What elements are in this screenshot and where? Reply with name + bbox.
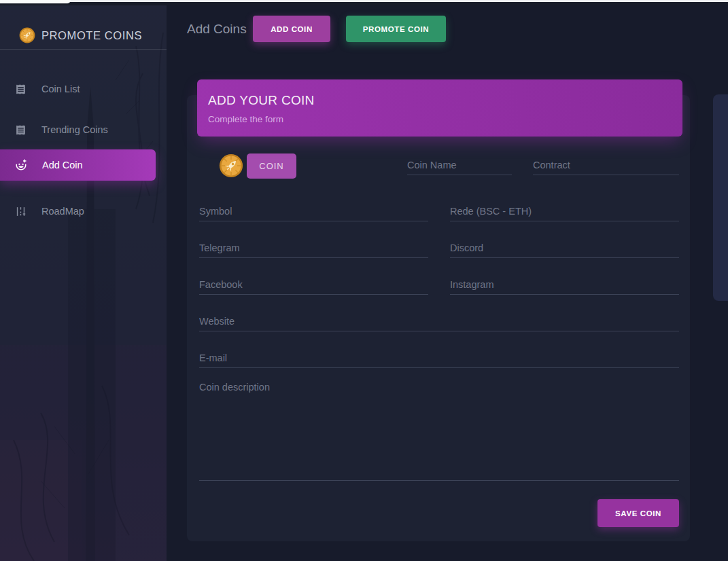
add-reaction-icon <box>15 159 27 171</box>
network-field[interactable] <box>450 201 679 221</box>
add-coin-form-card: COIN SAVE COIN <box>187 95 690 541</box>
form-banner-subtitle: Complete the form <box>208 114 682 124</box>
sidebar-item-label: Coin List <box>41 84 80 94</box>
coin-description-field[interactable] <box>199 376 679 481</box>
save-coin-button[interactable]: SAVE COIN <box>597 499 679 527</box>
browser-top-strip <box>0 0 728 5</box>
browser-window-edge <box>0 0 728 2</box>
adjacent-card-edge <box>713 94 728 301</box>
sidebar-item-trending-coins[interactable]: Trending Coins <box>0 119 108 141</box>
coin-name-field[interactable] <box>407 155 512 175</box>
sidebar-item-coin-list[interactable]: Coin List <box>0 78 80 100</box>
telegram-field[interactable] <box>199 238 428 258</box>
rocket-coin-icon <box>19 27 35 43</box>
sidebar-item-label: Add Coin <box>42 160 83 170</box>
app-title: PROMOTE COINS <box>41 29 142 42</box>
instagram-field[interactable] <box>450 274 679 295</box>
browser-tab-remnant <box>0 0 71 3</box>
receipt-list-icon <box>15 124 27 136</box>
discord-field[interactable] <box>450 238 679 258</box>
app-logo: PROMOTE COINS <box>0 22 167 49</box>
website-field[interactable] <box>199 311 679 331</box>
facebook-field[interactable] <box>199 274 428 295</box>
receipt-list-icon <box>15 84 27 95</box>
sidebar-item-label: Trending Coins <box>41 124 108 135</box>
sidebar-divider <box>0 49 167 50</box>
sidebar-item-label: RoadMap <box>41 206 84 217</box>
coin-image-upload-button[interactable]: COIN <box>247 153 296 179</box>
contract-field[interactable] <box>533 155 679 175</box>
sidebar-item-roadmap[interactable]: RoadMap <box>0 200 84 222</box>
page-title: Add Coins <box>187 22 247 37</box>
add-coin-button[interactable]: ADD COIN <box>253 16 330 42</box>
sidebar: PROMOTE COINS Coin List Trending Coins <box>0 5 167 561</box>
sidebar-item-add-coin[interactable]: Add Coin <box>0 149 156 181</box>
coin-avatar <box>219 153 243 178</box>
symbol-field[interactable] <box>199 201 428 221</box>
app-window: PROMOTE COINS Coin List Trending Coins <box>0 0 728 561</box>
email-field[interactable] <box>199 348 679 368</box>
form-banner-title: ADD YOUR COIN <box>208 93 682 108</box>
form-banner: ADD YOUR COIN Complete the form <box>197 79 682 137</box>
content-header: Add Coins ADD COIN PROMOTE COIN <box>167 5 728 58</box>
promote-coin-button[interactable]: PROMOTE COIN <box>346 16 446 42</box>
sliders-icon <box>15 206 27 217</box>
